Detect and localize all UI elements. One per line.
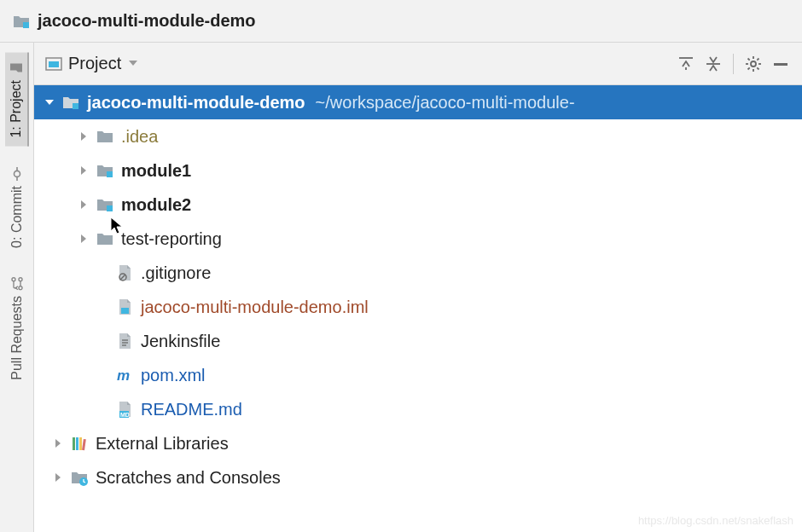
left-sidebar: 1: Project 0: Commit Pull Requests bbox=[0, 43, 34, 532]
commit-icon bbox=[10, 167, 24, 181]
tree-item-label: .gitignore bbox=[141, 263, 211, 283]
tree-root-label: jacoco-multi-module-demo bbox=[87, 93, 305, 113]
svg-rect-37 bbox=[82, 439, 86, 450]
svg-point-1 bbox=[14, 171, 20, 176]
file-maven-icon: m bbox=[115, 366, 134, 385]
svg-rect-22 bbox=[73, 103, 78, 109]
svg-text:m: m bbox=[117, 367, 130, 384]
svg-rect-23 bbox=[107, 171, 113, 177]
expand-all-icon[interactable] bbox=[675, 53, 697, 75]
tree-item-module1[interactable]: module1 bbox=[34, 153, 802, 188]
folder-icon bbox=[96, 229, 114, 248]
svg-rect-8 bbox=[49, 61, 59, 67]
sidebar-tab-commit[interactable]: 0: Commit bbox=[6, 159, 28, 257]
nav-title[interactable]: jacoco-multi-module-demo bbox=[38, 11, 256, 31]
file-ignore-icon bbox=[115, 263, 134, 282]
tree-item-label: test-reporting bbox=[121, 229, 222, 249]
tree-item-pom[interactable]: m pom.xml bbox=[34, 358, 802, 392]
svg-point-4 bbox=[19, 286, 22, 290]
chevron-right-icon[interactable] bbox=[49, 472, 67, 483]
file-md-icon: MD bbox=[115, 400, 134, 419]
svg-rect-36 bbox=[79, 437, 82, 450]
tree-external-libraries[interactable]: External Libraries bbox=[34, 426, 802, 460]
tree-item-label: Scratches and Consoles bbox=[96, 468, 281, 488]
folder-icon bbox=[96, 127, 114, 146]
svg-line-19 bbox=[748, 67, 750, 69]
chevron-right-icon[interactable] bbox=[75, 234, 92, 244]
svg-rect-0 bbox=[23, 22, 29, 28]
chevron-down-icon[interactable] bbox=[128, 57, 138, 71]
svg-rect-35 bbox=[76, 437, 78, 450]
tree-scratches[interactable]: Scratches and Consoles bbox=[34, 460, 802, 494]
tree-item-label: .idea bbox=[121, 127, 158, 147]
tree-item-module2[interactable]: module2 bbox=[34, 188, 802, 222]
tree-item-label: README.md bbox=[141, 400, 242, 419]
chevron-down-icon[interactable] bbox=[41, 97, 58, 107]
file-iml-icon bbox=[115, 298, 134, 316]
tree-item-test-reporting[interactable]: test-reporting bbox=[34, 222, 802, 256]
sidebar-tab-label: 1: Project bbox=[9, 80, 24, 138]
scratch-icon bbox=[70, 468, 89, 487]
svg-line-17 bbox=[748, 58, 750, 60]
tree-item-gitignore[interactable]: .gitignore bbox=[34, 256, 802, 290]
collapse-all-icon[interactable] bbox=[702, 53, 724, 75]
svg-point-12 bbox=[751, 61, 756, 66]
tree-item-label: module2 bbox=[121, 195, 191, 215]
tree-item-label: module1 bbox=[121, 161, 191, 181]
tree-item-label: pom.xml bbox=[141, 366, 206, 385]
svg-rect-24 bbox=[107, 205, 113, 211]
chevron-right-icon[interactable] bbox=[75, 131, 92, 142]
library-icon bbox=[70, 434, 89, 453]
sidebar-tab-label: Pull Requests bbox=[9, 296, 25, 380]
svg-rect-21 bbox=[774, 63, 787, 66]
watermark: https://blog.csdn.net/snakeflash bbox=[638, 514, 793, 527]
project-tree: jacoco-multi-module-demo ~/workspace/jac… bbox=[34, 85, 802, 532]
svg-point-6 bbox=[12, 278, 15, 281]
tree-root[interactable]: jacoco-multi-module-demo ~/workspace/jac… bbox=[34, 85, 802, 119]
module-folder-icon bbox=[96, 161, 114, 180]
svg-line-20 bbox=[757, 58, 758, 60]
tree-item-iml[interactable]: jacoco-multi-module-demo.iml bbox=[34, 290, 802, 324]
sidebar-tab-label: 0: Commit bbox=[9, 186, 25, 248]
project-toolbar: Project bbox=[34, 43, 802, 85]
pull-request-icon bbox=[10, 277, 24, 291]
tree-root-path: ~/workspace/jacoco-multi-module- bbox=[316, 93, 575, 113]
tree-item-label: Jenkinsfile bbox=[141, 332, 220, 351]
chevron-right-icon[interactable] bbox=[49, 438, 67, 448]
svg-point-5 bbox=[19, 278, 22, 281]
tree-item-label: jacoco-multi-module-demo.iml bbox=[141, 298, 369, 317]
folder-icon bbox=[9, 61, 23, 75]
tree-item-label: External Libraries bbox=[96, 434, 229, 454]
tree-item-idea[interactable]: .idea bbox=[34, 119, 802, 153]
svg-rect-27 bbox=[121, 308, 129, 314]
module-folder-icon bbox=[96, 195, 114, 214]
tree-item-readme[interactable]: MD README.md bbox=[34, 392, 802, 426]
svg-text:MD: MD bbox=[120, 412, 130, 418]
chevron-right-icon[interactable] bbox=[75, 165, 92, 176]
chevron-right-icon[interactable] bbox=[75, 200, 92, 210]
tool-window-title[interactable]: Project bbox=[68, 54, 121, 73]
navigation-bar: jacoco-multi-module-demo bbox=[0, 0, 802, 43]
svg-rect-34 bbox=[73, 437, 75, 450]
tree-item-jenkinsfile[interactable]: Jenkinsfile bbox=[34, 324, 802, 358]
sidebar-tab-pull-requests[interactable]: Pull Requests bbox=[6, 269, 28, 389]
sidebar-tab-project[interactable]: 1: Project bbox=[5, 53, 29, 147]
file-text-icon bbox=[115, 332, 134, 350]
gear-icon[interactable] bbox=[742, 53, 764, 75]
toolbar-separator bbox=[733, 54, 734, 74]
module-folder-icon bbox=[12, 12, 31, 31]
hide-icon[interactable] bbox=[770, 53, 792, 75]
tool-window-icon bbox=[44, 55, 63, 73]
module-folder-icon bbox=[61, 93, 80, 112]
svg-line-18 bbox=[757, 67, 758, 69]
